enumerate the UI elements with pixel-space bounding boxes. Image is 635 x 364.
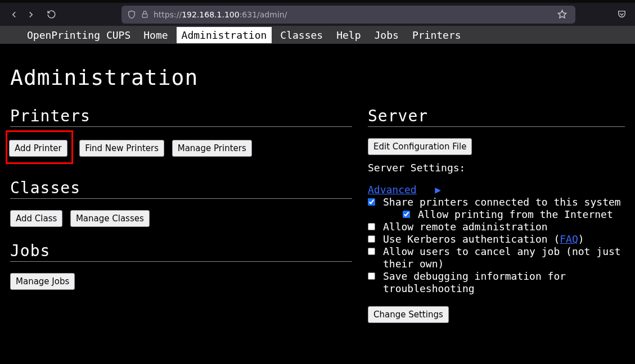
debug-label: Save debugging information for troublesh… (383, 270, 625, 295)
brand-label[interactable]: OpenPrinting CUPS (27, 27, 130, 43)
edit-config-file-button[interactable]: Edit Configuration File (368, 138, 472, 155)
left-column: Printers Add Printer Find New Printers M… (10, 107, 352, 323)
advanced-arrow-icon: ▶ (423, 184, 442, 195)
add-printer-highlight: Add Printer (6, 130, 73, 164)
remote-admin-checkbox[interactable] (368, 223, 375, 230)
nav-home[interactable]: Home (138, 27, 173, 43)
nav-jobs[interactable]: Jobs (370, 27, 404, 43)
remote-admin-label: Allow remote administration (383, 221, 548, 233)
find-new-printers-button[interactable]: Find New Printers (79, 140, 164, 157)
kerberos-label: Use Kerberos authentication (FAQ) (383, 233, 584, 245)
svg-rect-0 (142, 14, 147, 17)
settings-list: Advanced ▶ Share printers connected to t… (368, 184, 625, 295)
nav-printers[interactable]: Printers (407, 27, 466, 43)
cancel-any-label: Allow users to cancel any job (not just … (383, 245, 625, 270)
lock-icon (141, 10, 149, 19)
page-body: Administration Printers Add Printer Find… (0, 44, 635, 334)
pocket-icon[interactable] (614, 10, 629, 19)
classes-heading: Classes (10, 179, 352, 199)
forward-button[interactable] (22, 6, 39, 23)
cancel-any-checkbox[interactable] (368, 248, 375, 255)
manage-printers-button[interactable]: Manage Printers (172, 140, 252, 157)
cups-nav: OpenPrinting CUPS Home Administration Cl… (0, 26, 635, 44)
address-bar[interactable]: https://192.168.1.100:631/admin/ (121, 6, 575, 24)
shield-icon (127, 10, 136, 19)
nav-administration[interactable]: Administration (177, 27, 272, 43)
server-settings-label: Server Settings: (368, 162, 625, 174)
share-printers-checkbox[interactable] (368, 198, 375, 206)
faq-link[interactable]: FAQ (560, 233, 578, 245)
nav-classes[interactable]: Classes (275, 27, 328, 43)
server-heading: Server (368, 107, 625, 127)
kerberos-checkbox[interactable] (368, 235, 375, 243)
manage-jobs-button[interactable]: Manage Jobs (10, 273, 75, 290)
debug-checkbox[interactable] (368, 272, 375, 280)
url-text: https://192.168.1.100:631/admin/ (154, 10, 554, 19)
reload-button[interactable] (43, 6, 60, 23)
allow-internet-label: Allow printing from the Internet (418, 208, 613, 221)
change-settings-button[interactable]: Change Settings (368, 306, 449, 323)
right-column: Server Edit Configuration File Server Se… (368, 107, 625, 323)
browser-toolbar: https://192.168.1.100:631/admin/ (0, 0, 635, 26)
jobs-heading: Jobs (10, 242, 352, 262)
bookmark-star-icon[interactable] (554, 10, 570, 19)
svg-marker-1 (558, 10, 566, 17)
printers-heading: Printers (10, 107, 352, 127)
add-printer-button[interactable]: Add Printer (9, 140, 67, 157)
back-button[interactable] (6, 6, 22, 23)
share-printers-label: Share printers connected to this system (383, 196, 621, 208)
manage-classes-button[interactable]: Manage Classes (70, 210, 150, 227)
allow-internet-checkbox[interactable] (403, 211, 410, 218)
nav-help[interactable]: Help (331, 27, 366, 43)
advanced-link[interactable]: Advanced (368, 184, 417, 195)
page-title: Administration (10, 65, 625, 90)
add-class-button[interactable]: Add Class (10, 210, 62, 227)
